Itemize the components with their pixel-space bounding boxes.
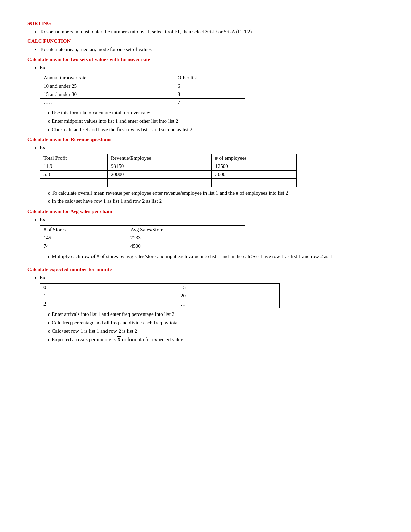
table-row: 2 … (40, 300, 280, 308)
calc-bullet1: To calculate mean, median, mode for one … (40, 46, 384, 53)
table-row: 11.9 98150 12500 (40, 162, 297, 170)
expected-xbar: X (117, 337, 121, 342)
table-row: … … … (40, 178, 297, 187)
minute-bullet3: Calc>set row 1 is list 1 and row 2 is li… (48, 327, 384, 335)
minute-bullet4: Expected arrivals per minute is X or for… (48, 336, 384, 344)
revenue-row3-col1: … (40, 178, 108, 187)
turnover-bullet3: Click calc and set and have the first ro… (48, 126, 384, 134)
table-row: 74 4500 (40, 242, 245, 250)
table-row: 15 and under 30 8 (40, 90, 245, 98)
turnover-header-1: Annual turnover rate (40, 74, 174, 82)
avgsales-ex: Ex (40, 216, 384, 224)
revenue-ex: Ex (40, 144, 384, 152)
revenue-row3-col2: … (107, 178, 211, 187)
revenue-row1-col3: 12500 (212, 162, 297, 170)
revenue-row2-col2: 20000 (107, 170, 211, 178)
sorting-heading: SORTING (27, 21, 384, 26)
revenue-row1-col2: 98150 (107, 162, 211, 170)
minute-row1-col1: 0 (40, 284, 177, 292)
revenue-row2-col3: 3000 (212, 170, 297, 178)
table-row: …. . 7 (40, 98, 245, 107)
minute-ex: Ex (40, 274, 384, 282)
avgsales-bullet1: Multiply each row of # of stores by avg … (48, 252, 384, 260)
minute-row2-col1: 1 (40, 292, 177, 300)
revenue-header-2: Revenue/Employee (107, 154, 211, 162)
calc-function-heading: CALC FUNCTION (27, 38, 384, 44)
turnover-row3-col1: …. . (40, 98, 174, 107)
revenue-row2-col1: 5.8 (40, 170, 108, 178)
revenue-row3-col3: … (212, 178, 297, 187)
turnover-bullet1: Use this formula to calculate total turn… (48, 109, 384, 117)
sorting-bullet1: To sort numbers in a list, enter the num… (40, 28, 384, 36)
turnover-row1-col1: 10 and under 25 (40, 82, 174, 90)
minute-table: 0 15 1 20 2 … (40, 283, 280, 308)
turnover-bullet2: Enter midpoint values into list 1 and en… (48, 117, 384, 125)
table-row: 5.8 20000 3000 (40, 170, 297, 178)
revenue-row1-col1: 11.9 (40, 162, 108, 170)
avgsales-row1-col1: 145 (40, 234, 127, 242)
revenue-bullet1: To calculate overall mean revenue per em… (48, 189, 384, 197)
avgsales-header-2: Avg Sales/Store (127, 226, 245, 234)
turnover-row3-col2: 7 (174, 98, 245, 107)
minute-row1-col2: 15 (177, 284, 280, 292)
table-row: 145 7233 (40, 234, 245, 242)
turnover-ex: Ex (40, 64, 384, 72)
revenue-heading: Calculate mean for Revenue questions (27, 137, 384, 143)
table-row: 1 20 (40, 292, 280, 300)
turnover-table: Annual turnover rate Other list 10 and u… (40, 74, 245, 107)
revenue-header-3: # of employees (212, 154, 297, 162)
minute-row3-col2: … (177, 300, 280, 308)
minute-bullet1: Enter arrivals into list 1 and enter fre… (48, 310, 384, 318)
turnover-row2-col2: 8 (174, 90, 245, 98)
avgsales-table: # of Stores Avg Sales/Store 145 7233 74 … (40, 225, 245, 250)
minute-row3-col1: 2 (40, 300, 177, 308)
turnover-row2-col1: 15 and under 30 (40, 90, 174, 98)
minute-bullet2: Calc freq percentage add all freq and di… (48, 319, 384, 327)
avgsales-row1-col2: 7233 (127, 234, 245, 242)
revenue-header-1: Total Profit (40, 154, 108, 162)
turnover-heading: Calculate mean for two sets of values wi… (27, 57, 384, 62)
turnover-header-2: Other list (174, 74, 245, 82)
avgsales-header-1: # of Stores (40, 226, 127, 234)
avgsales-row2-col1: 74 (40, 242, 127, 250)
avgsales-heading: Calculate mean for Avg sales per chain (27, 209, 384, 214)
avgsales-row2-col2: 4500 (127, 242, 245, 250)
turnover-row1-col2: 6 (174, 82, 245, 90)
minute-row2-col2: 20 (177, 292, 280, 300)
revenue-table: Total Profit Revenue/Employee # of emplo… (40, 154, 297, 187)
minute-heading: Calculate expected number for minute (27, 267, 384, 272)
revenue-bullet2: In the calc>set have row 1 as list 1 and… (48, 197, 384, 205)
table-row: 10 and under 25 6 (40, 82, 245, 90)
table-row: 0 15 (40, 284, 280, 292)
